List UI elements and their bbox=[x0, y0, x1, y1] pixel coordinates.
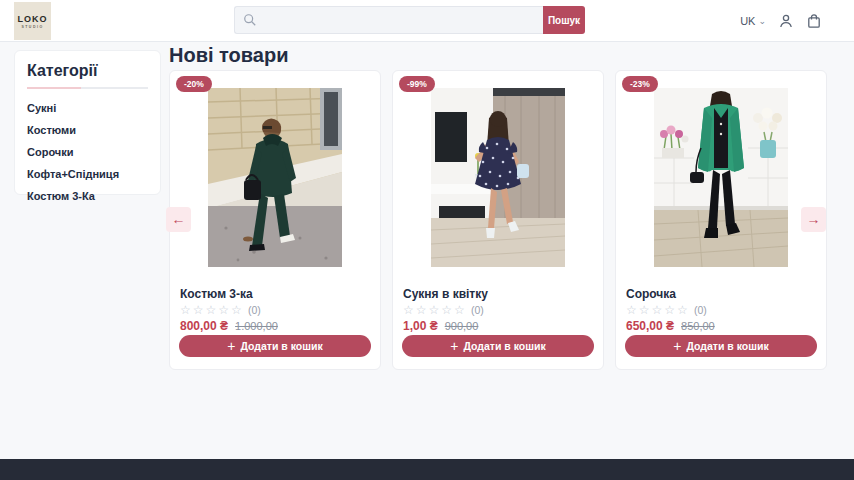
old-price: 850,00 bbox=[681, 320, 715, 332]
storefront-page: LOKO STUDIO Пошук UK ⌄ bbox=[0, 0, 854, 480]
logo-text: LOKO bbox=[18, 14, 48, 24]
product-card[interactable]: -20% bbox=[169, 70, 381, 370]
rating-count: (0) bbox=[248, 304, 261, 316]
categories-title: Категорії bbox=[27, 62, 148, 80]
footer bbox=[0, 459, 854, 480]
discount-badge: -99% bbox=[399, 76, 435, 92]
sidebar-item-kostiumy[interactable]: Костюми bbox=[27, 119, 148, 141]
discount-badge: -20% bbox=[176, 76, 212, 92]
plus-icon: + bbox=[450, 339, 458, 353]
search-icon bbox=[243, 13, 257, 27]
language-label: UK bbox=[740, 15, 755, 27]
add-to-cart-button[interactable]: + Додати в кошик bbox=[625, 335, 817, 357]
carousel-next-button[interactable]: → bbox=[801, 207, 826, 232]
add-to-cart-button[interactable]: + Додати в кошик bbox=[179, 335, 371, 357]
language-selector[interactable]: UK ⌄ bbox=[740, 15, 766, 27]
person-icon[interactable] bbox=[778, 13, 794, 29]
add-to-cart-button[interactable]: + Додати в кошик bbox=[402, 335, 594, 357]
current-price: 650,00 ₴ bbox=[626, 319, 674, 333]
add-to-cart-label: Додати в кошик bbox=[240, 340, 322, 352]
price-row: 650,00 ₴ 850,00 bbox=[626, 319, 715, 333]
product-title[interactable]: Сорочка bbox=[626, 287, 816, 301]
chevron-down-icon: ⌄ bbox=[758, 17, 766, 26]
header: LOKO STUDIO Пошук UK ⌄ bbox=[0, 0, 854, 42]
sidebar-item-sukni[interactable]: Сукні bbox=[27, 97, 148, 119]
search-button[interactable]: Пошук bbox=[543, 6, 585, 34]
sidebar-item-sorochky[interactable]: Сорочки bbox=[27, 141, 148, 163]
rating-stars[interactable]: ☆☆☆☆☆ bbox=[626, 303, 690, 317]
page-title: Нові товари bbox=[169, 44, 288, 67]
search-bar: Пошук bbox=[234, 6, 585, 34]
sidebar-item-kofta-spidnytsia[interactable]: Кофта+Спідниця bbox=[27, 163, 148, 185]
price-row: 800,00 ₴ 1.000,00 bbox=[180, 319, 278, 333]
add-to-cart-label: Додати в кошик bbox=[686, 340, 768, 352]
product-title[interactable]: Костюм 3-ка bbox=[180, 287, 370, 301]
header-actions: UK ⌄ bbox=[740, 0, 822, 42]
product-photo[interactable] bbox=[208, 88, 342, 267]
discount-badge: -23% bbox=[622, 76, 658, 92]
categories-panel: Категорії Сукні Костюми Сорочки Кофта+Сп… bbox=[14, 50, 161, 195]
search-input[interactable] bbox=[234, 6, 543, 34]
carousel-prev-button[interactable]: ← bbox=[166, 207, 191, 232]
plus-icon: + bbox=[673, 339, 681, 353]
price-row: 1,00 ₴ 900,00 bbox=[403, 319, 478, 333]
rating-stars[interactable]: ☆☆☆☆☆ bbox=[180, 303, 244, 317]
current-price: 1,00 ₴ bbox=[403, 319, 438, 333]
product-card[interactable]: -99% bbox=[392, 70, 604, 370]
old-price: 900,00 bbox=[445, 320, 479, 332]
rating-count: (0) bbox=[694, 304, 707, 316]
shopping-bag-icon[interactable] bbox=[806, 13, 822, 29]
product-carousel: -20% bbox=[169, 70, 827, 370]
product-photo[interactable] bbox=[431, 88, 565, 267]
divider bbox=[27, 87, 148, 89]
plus-icon: + bbox=[227, 339, 235, 353]
rating-stars[interactable]: ☆☆☆☆☆ bbox=[403, 303, 467, 317]
logo-subtext: STUDIO bbox=[21, 25, 43, 29]
old-price: 1.000,00 bbox=[235, 320, 278, 332]
add-to-cart-label: Додати в кошик bbox=[463, 340, 545, 352]
current-price: 800,00 ₴ bbox=[180, 319, 228, 333]
sidebar-item-kostium-3ka[interactable]: Костюм 3-Ка bbox=[27, 185, 148, 207]
rating-count: (0) bbox=[471, 304, 484, 316]
product-photo[interactable] bbox=[654, 88, 788, 267]
logo[interactable]: LOKO STUDIO bbox=[14, 2, 51, 40]
product-card[interactable]: -23% bbox=[615, 70, 827, 370]
product-title[interactable]: Сукня в квітку bbox=[403, 287, 593, 301]
